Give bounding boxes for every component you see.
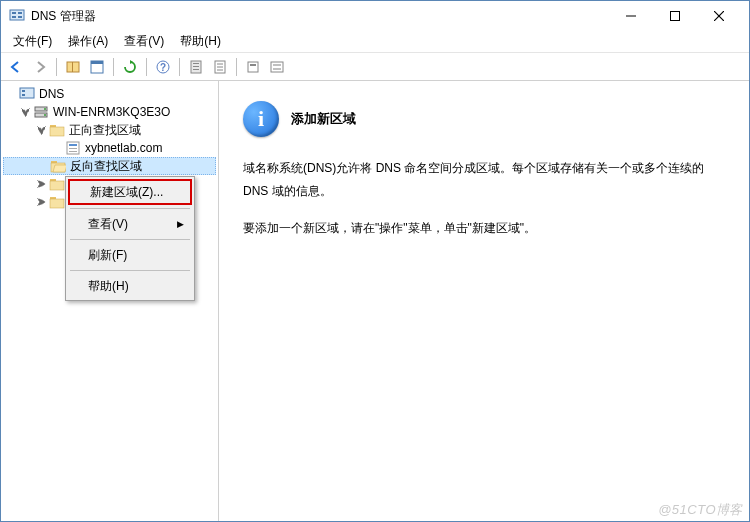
- submenu-arrow-icon: ▶: [177, 219, 184, 229]
- menu-action[interactable]: 操作(A): [60, 30, 116, 53]
- toolbar-icon-d[interactable]: [266, 56, 288, 78]
- folder-icon: [49, 194, 65, 210]
- expander-icon[interactable]: ⮟: [19, 107, 33, 118]
- svg-rect-2: [12, 16, 16, 18]
- expander-icon[interactable]: ⮞: [35, 179, 49, 190]
- ctx-label: 刷新(F): [88, 247, 127, 264]
- tree-forward-zone[interactable]: ⮟ 正向查找区域: [3, 121, 216, 139]
- tree-label: xybnetlab.com: [85, 141, 162, 155]
- svg-rect-47: [50, 199, 64, 208]
- svg-text:?: ?: [160, 62, 166, 73]
- detail-title: 添加新区域: [291, 110, 356, 128]
- svg-rect-29: [22, 90, 25, 92]
- properties-button[interactable]: [86, 56, 108, 78]
- tree-server[interactable]: ⮟ WIN-ENRM3KQ3E3O: [3, 103, 216, 121]
- ctx-separator: [70, 239, 190, 240]
- svg-rect-38: [69, 144, 77, 146]
- ctx-refresh[interactable]: 刷新(F): [68, 243, 192, 267]
- toolbar-separator: [113, 58, 114, 76]
- toolbar-icon-b[interactable]: [209, 56, 231, 78]
- svg-rect-16: [193, 63, 199, 64]
- ctx-label: 帮助(H): [88, 278, 129, 295]
- svg-rect-27: [273, 68, 281, 70]
- close-button[interactable]: [697, 2, 741, 30]
- svg-rect-25: [271, 62, 283, 72]
- svg-rect-45: [50, 181, 64, 190]
- maximize-button[interactable]: [653, 2, 697, 30]
- minimize-button[interactable]: [609, 2, 653, 30]
- help-button[interactable]: ?: [152, 56, 174, 78]
- svg-rect-1: [12, 12, 16, 14]
- detail-paragraph: 域名称系统(DNS)允许将 DNS 命名空间分成区域。每个区域存储有关一个或多个…: [243, 157, 725, 203]
- info-icon: i: [243, 101, 279, 137]
- detail-header: i 添加新区域: [243, 101, 725, 137]
- svg-rect-39: [69, 148, 77, 149]
- svg-point-33: [44, 108, 46, 110]
- app-icon: [9, 8, 25, 24]
- folder-open-icon: [50, 158, 66, 174]
- svg-rect-18: [193, 69, 199, 70]
- toolbar-separator: [56, 58, 57, 76]
- svg-rect-4: [18, 16, 22, 18]
- svg-rect-0: [10, 10, 24, 20]
- svg-marker-43: [53, 165, 66, 172]
- svg-point-34: [44, 114, 46, 116]
- ctx-label: 查看(V): [88, 216, 128, 233]
- svg-rect-17: [193, 66, 199, 67]
- svg-rect-30: [22, 94, 25, 96]
- tree-label: DNS: [39, 87, 64, 101]
- refresh-button[interactable]: [119, 56, 141, 78]
- ctx-view[interactable]: 查看(V) ▶: [68, 212, 192, 236]
- ctx-label: 新建区域(Z)...: [90, 184, 163, 201]
- ctx-help[interactable]: 帮助(H): [68, 274, 192, 298]
- title-bar: DNS 管理器: [1, 1, 749, 31]
- ctx-separator: [70, 208, 190, 209]
- toolbar-separator: [179, 58, 180, 76]
- toolbar-icon-c[interactable]: [242, 56, 264, 78]
- svg-rect-12: [91, 61, 103, 64]
- svg-rect-10: [72, 62, 73, 72]
- tree-label: WIN-ENRM3KQ3E3O: [53, 105, 170, 119]
- detail-paragraph: 要添加一个新区域，请在"操作"菜单，单击"新建区域"。: [243, 217, 725, 240]
- tree-pane: DNS ⮟ WIN-ENRM3KQ3E3O ⮟ 正向查找区域 xybnetlab…: [1, 81, 219, 521]
- menu-help[interactable]: 帮助(H): [172, 30, 229, 53]
- svg-rect-36: [50, 127, 64, 136]
- toolbar-separator: [236, 58, 237, 76]
- ctx-new-zone[interactable]: 新建区域(Z)...: [68, 179, 192, 205]
- menu-file[interactable]: 文件(F): [5, 30, 60, 53]
- window-controls: [609, 2, 741, 30]
- svg-rect-23: [248, 62, 258, 72]
- svg-rect-6: [671, 12, 680, 21]
- toolbar-separator: [146, 58, 147, 76]
- ctx-separator: [70, 270, 190, 271]
- folder-icon: [49, 122, 65, 138]
- content-area: DNS ⮟ WIN-ENRM3KQ3E3O ⮟ 正向查找区域 xybnetlab…: [1, 81, 749, 521]
- forward-button[interactable]: [29, 56, 51, 78]
- menu-bar: 文件(F) 操作(A) 查看(V) 帮助(H): [1, 31, 749, 53]
- svg-rect-3: [18, 12, 22, 14]
- tree-forward-domain[interactable]: xybnetlab.com: [3, 139, 216, 157]
- tree-label: 反向查找区域: [70, 158, 142, 175]
- expander-icon[interactable]: ⮞: [35, 197, 49, 208]
- toolbar-icon-a[interactable]: [185, 56, 207, 78]
- svg-rect-26: [273, 64, 281, 66]
- dns-icon: [19, 86, 35, 102]
- svg-rect-28: [20, 88, 34, 98]
- tree-reverse-zone[interactable]: 反向查找区域: [3, 157, 216, 175]
- watermark: @51CTO博客: [658, 501, 743, 519]
- tree-root-dns[interactable]: DNS: [3, 85, 216, 103]
- folder-icon: [49, 176, 65, 192]
- expander-icon[interactable]: ⮟: [35, 125, 49, 136]
- zone-icon: [65, 140, 81, 156]
- back-button[interactable]: [5, 56, 27, 78]
- svg-rect-24: [250, 64, 256, 66]
- svg-rect-40: [69, 151, 77, 152]
- server-icon: [33, 104, 49, 120]
- toolbar: ?: [1, 53, 749, 81]
- menu-view[interactable]: 查看(V): [116, 30, 172, 53]
- context-menu: 新建区域(Z)... 查看(V) ▶ 刷新(F) 帮助(H): [65, 176, 195, 301]
- detail-pane: i 添加新区域 域名称系统(DNS)允许将 DNS 命名空间分成区域。每个区域存…: [219, 81, 749, 521]
- show-hide-button[interactable]: [62, 56, 84, 78]
- tree-label: 正向查找区域: [69, 122, 141, 139]
- window-title: DNS 管理器: [31, 8, 609, 25]
